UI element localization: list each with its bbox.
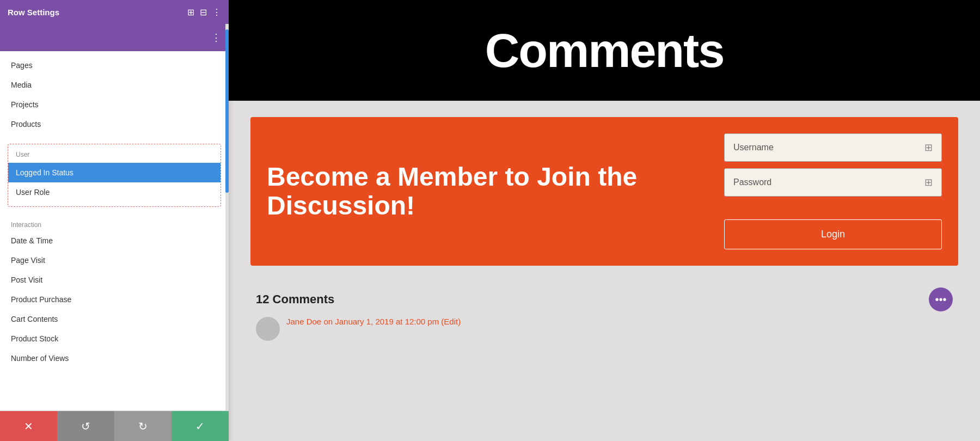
password-field[interactable]: Password ⊞ [724,168,942,197]
login-button[interactable]: Login [724,219,942,249]
panel-footer: ✕ ↺ ↻ ✓ [0,411,229,441]
redo-button[interactable]: ↻ [114,411,171,441]
minimize-icon[interactable]: ⊟ [200,7,207,17]
maximize-icon[interactable]: ⊞ [187,7,194,17]
username-icon: ⊞ [924,142,933,154]
right-body: Become a Member to Join the Discussion! … [229,101,980,441]
number-of-views-item[interactable]: Number of Views [0,348,229,368]
comment-row: Jane Doe on January 1, 2019 at 12:00 pm … [256,317,953,341]
username-field[interactable]: Username ⊞ [724,133,942,162]
page-visit-item[interactable]: Page Visit [0,250,229,270]
left-panel: Row Settings ⊞ ⊟ ⋮ ⋮ Pages Media Project… [0,0,229,441]
card-left: Become a Member to Join the Discussion! [267,133,702,249]
scrollbar[interactable] [225,24,229,411]
logged-in-status-item[interactable]: Logged In Status [8,163,220,182]
forgot-password-link[interactable]: Forgot your password? [724,203,942,213]
password-icon: ⊞ [924,176,933,188]
cart-contents-item[interactable]: Cart Contents [0,309,229,329]
comments-section: 12 Comments ••• Jane Doe on January 1, 2… [250,287,958,341]
panel-title: Row Settings [8,8,59,17]
strip-dots-icon[interactable]: ⋮ [211,32,221,44]
more-options-icon[interactable]: ⋮ [212,7,221,17]
nav-section: Pages Media Projects Products [0,51,229,138]
product-stock-item[interactable]: Product Stock [0,329,229,348]
comments-header: 12 Comments ••• [256,287,953,311]
post-visit-item[interactable]: Post Visit [0,270,229,290]
close-button[interactable]: ✕ [0,411,57,441]
password-placeholder: Password [733,177,771,187]
right-header: Comments [229,0,980,101]
nav-item-products[interactable]: Products [0,114,229,134]
nav-item-pages[interactable]: Pages [0,56,229,75]
save-button[interactable]: ✓ [171,411,229,441]
username-placeholder: Username [733,143,774,152]
right-panel: Comments Become a Member to Join the Dis… [229,0,980,441]
user-section: User Logged In Status User Role [8,144,221,207]
panel-content: ⋮ Pages Media Projects Products User Log… [0,24,229,411]
forgot-password-text[interactable]: Forgot your password? [724,204,804,212]
comments-count: 12 Comments [256,292,334,307]
scroll-thumb[interactable] [225,29,229,193]
card-headline: Become a Member to Join the Discussion! [267,163,702,220]
purple-strip: ⋮ [0,24,229,51]
panel-header: Row Settings ⊞ ⊟ ⋮ [0,0,229,24]
product-purchase-item[interactable]: Product Purchase [0,290,229,309]
comments-menu-button[interactable]: ••• [929,287,953,311]
avatar [256,317,280,341]
nav-item-projects[interactable]: Projects [0,95,229,114]
user-section-label: User [8,149,220,163]
nav-item-media[interactable]: Media [0,75,229,95]
undo-button[interactable]: ↺ [57,411,114,441]
interaction-section: Interaction Date & Time Page Visit Post … [0,212,229,372]
comment-author-line: Jane Doe on January 1, 2019 at 12:00 pm … [286,317,461,326]
card-right: Username ⊞ Password ⊞ Forgot your passwo… [724,133,942,249]
interaction-label: Interaction [0,217,229,231]
panel-header-icons: ⊞ ⊟ ⋮ [187,7,221,17]
user-role-item[interactable]: User Role [8,182,220,202]
orange-membership-card: Become a Member to Join the Discussion! … [250,117,958,266]
date-time-item[interactable]: Date & Time [0,231,229,250]
page-title: Comments [485,23,724,78]
